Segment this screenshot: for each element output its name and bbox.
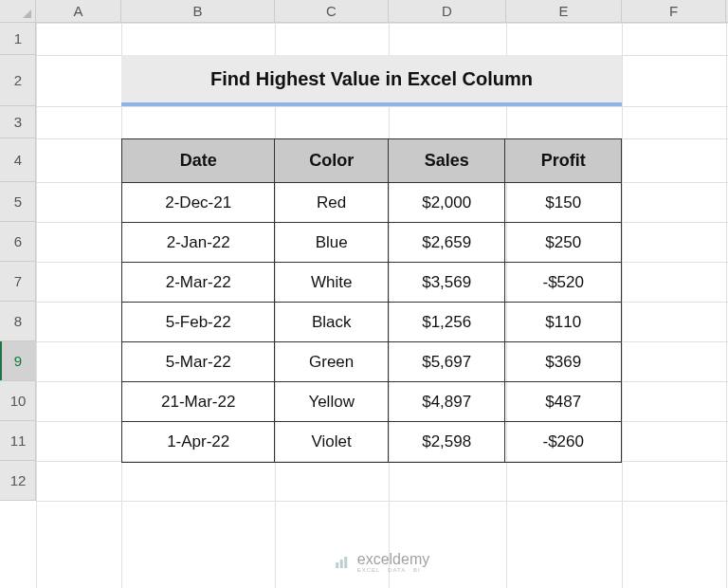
row-header-12[interactable]: 12 — [0, 461, 36, 501]
table-cell[interactable]: $5,697 — [389, 342, 506, 382]
table-cell[interactable]: Violet — [275, 422, 389, 462]
table-cell[interactable]: 2-Dec-21 — [122, 183, 275, 223]
row-header-11[interactable]: 11 — [0, 421, 36, 461]
table-cell[interactable]: Yellow — [275, 382, 389, 422]
table-cell[interactable]: $250 — [505, 223, 621, 263]
table-cell[interactable]: 5-Mar-22 — [122, 342, 275, 382]
watermark-brand: exceldemy — [357, 552, 429, 567]
table-header[interactable]: Date — [122, 139, 275, 183]
table-cell[interactable]: $3,569 — [389, 263, 506, 303]
row-header-4[interactable]: 4 — [0, 138, 36, 182]
row-header-6[interactable]: 6 — [0, 222, 36, 262]
chart-icon — [335, 555, 352, 570]
sheet-title: Find Highest Value in Excel Column — [121, 55, 622, 106]
table-cell[interactable]: 21-Mar-22 — [122, 382, 275, 422]
table-cell[interactable]: $369 — [505, 342, 621, 382]
row-header-1[interactable]: 1 — [0, 23, 36, 55]
watermark-tag: EXCEL · DATA · BI — [357, 567, 429, 573]
col-header-D[interactable]: D — [389, 0, 506, 23]
col-header-F[interactable]: F — [622, 0, 726, 23]
table-cell[interactable]: 1-Apr-22 — [122, 422, 275, 462]
watermark: exceldemy EXCEL · DATA · BI — [335, 552, 429, 573]
table-cell[interactable]: -$260 — [505, 422, 621, 462]
col-header-A[interactable]: A — [36, 0, 121, 23]
table-cell[interactable]: Red — [275, 183, 389, 223]
table-cell[interactable]: 2-Mar-22 — [122, 263, 275, 303]
row-header-7[interactable]: 7 — [0, 262, 36, 302]
table-cell[interactable]: $2,659 — [389, 223, 506, 263]
data-table: DateColorSalesProfit2-Dec-21Red$2,000$15… — [121, 138, 622, 463]
col-header-E[interactable]: E — [506, 0, 622, 23]
table-cell[interactable]: Black — [275, 303, 389, 342]
row-header-9[interactable]: 9 — [0, 341, 36, 381]
table-cell[interactable]: $2,000 — [389, 183, 506, 223]
column-headers: ABCDEF — [36, 0, 728, 23]
table-cell[interactable]: $4,897 — [389, 382, 506, 422]
spreadsheet-grid[interactable]: Find Highest Value in Excel Column DateC… — [36, 23, 728, 588]
select-all-corner[interactable] — [0, 0, 36, 23]
table-header[interactable]: Sales — [389, 139, 506, 183]
table-header[interactable]: Color — [275, 139, 389, 183]
table-cell[interactable]: -$520 — [505, 263, 621, 303]
table-cell[interactable]: Blue — [275, 223, 389, 263]
col-header-C[interactable]: C — [275, 0, 389, 23]
table-cell[interactable]: $110 — [505, 303, 621, 342]
table-cell[interactable]: White — [275, 263, 389, 303]
svg-rect-0 — [336, 562, 338, 568]
title-text: Find Highest Value in Excel Column — [210, 68, 533, 90]
table-header[interactable]: Profit — [505, 139, 621, 183]
table-cell[interactable]: Green — [275, 342, 389, 382]
row-header-5[interactable]: 5 — [0, 182, 36, 222]
table-cell[interactable]: 5-Feb-22 — [122, 303, 275, 342]
row-headers: 123456789101112 — [0, 23, 36, 501]
table-cell[interactable]: $150 — [505, 183, 621, 223]
table-cell[interactable]: 2-Jan-22 — [122, 223, 275, 263]
row-header-2[interactable]: 2 — [0, 55, 36, 106]
row-header-10[interactable]: 10 — [0, 381, 36, 421]
col-header-B[interactable]: B — [121, 0, 275, 23]
svg-rect-1 — [340, 560, 343, 568]
svg-rect-2 — [344, 557, 347, 568]
row-header-3[interactable]: 3 — [0, 106, 36, 138]
table-cell[interactable]: $2,598 — [389, 422, 506, 462]
table-cell[interactable]: $487 — [505, 382, 621, 422]
row-header-8[interactable]: 8 — [0, 302, 36, 341]
table-cell[interactable]: $1,256 — [389, 303, 506, 342]
